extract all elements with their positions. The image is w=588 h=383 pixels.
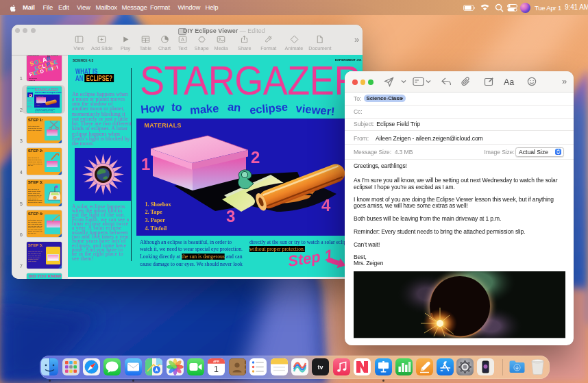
svg-text:APR: APR bbox=[213, 360, 219, 363]
svg-text:1: 1 bbox=[214, 365, 219, 374]
svg-text:tv: tv bbox=[318, 364, 323, 371]
svg-text:A: A bbox=[181, 37, 184, 42]
